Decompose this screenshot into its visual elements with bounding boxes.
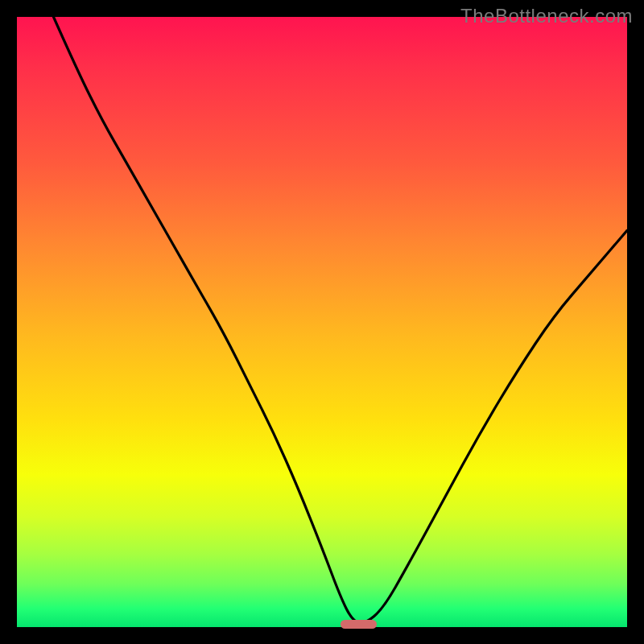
chart-frame: TheBottleneck.com — [0, 0, 644, 644]
min-marker — [341, 620, 377, 629]
plot-area — [17, 17, 627, 627]
curve-path — [54, 17, 628, 623]
watermark-text: TheBottleneck.com — [460, 5, 633, 27]
bottleneck-curve — [17, 17, 627, 627]
